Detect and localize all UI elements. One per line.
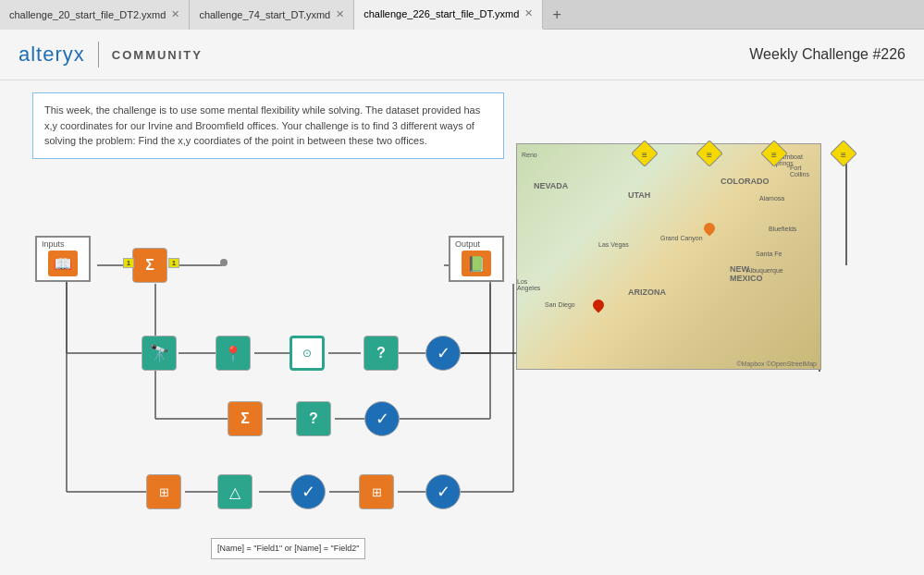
union-icon[interactable]: ⊞ [146, 474, 181, 509]
tab-3[interactable]: challenge_226_start_file_DT.yxmd ✕ [354, 0, 543, 30]
output-box[interactable]: Output 📗 [449, 236, 504, 282]
map-container[interactable]: NEVADA UTAH COLORADO ARIZONA NEWMEXICO R… [516, 143, 821, 370]
check-icon-row3[interactable]: ✓ [364, 401, 400, 436]
albuquerque-label: Albuquerque [746, 267, 783, 274]
table-tool-row4[interactable]: ⊞ [359, 474, 394, 509]
check-icon-row4b[interactable]: ✓ [425, 474, 461, 509]
map-background: NEVADA UTAH COLORADO ARIZONA NEWMEXICO R… [517, 144, 820, 369]
check-icon-row4a[interactable]: ✓ [290, 474, 326, 509]
bluefields-label: Bluefields [769, 226, 796, 232]
inputs-label: Inputs [42, 239, 65, 249]
utah-label: UTAH [628, 190, 650, 200]
location-icon: 📍 [224, 345, 242, 362]
road-sign-2: ≡ [696, 141, 722, 166]
map-pin-broomfield [702, 221, 718, 237]
formula-tool[interactable]: △ [217, 474, 253, 509]
road-sign-4: ≡ [831, 141, 856, 166]
question-tool-row3[interactable]: ? [296, 401, 331, 436]
browse-icon[interactable]: 🔭 [142, 336, 177, 371]
question-icon-row3[interactable]: ? [296, 401, 331, 436]
summarize-tool-row1[interactable]: Σ [132, 248, 167, 283]
tab-3-label: challenge_226_start_file_DT.yxmd [363, 8, 519, 19]
inputs-box[interactable]: Inputs 📖 [35, 236, 91, 282]
annotation-tooltip: [Name] = "Field1" or [Name] = "Field2" [211, 538, 365, 559]
check-icon-row2[interactable]: ✓ [425, 336, 461, 371]
badge-1: 1 [123, 258, 134, 268]
tab-1-label: challenge_20_start_file_DT2.yxmd [9, 9, 166, 20]
map-watermark: ©Mapbox ©OpenStreetMap [736, 361, 817, 367]
colorado-label: COLORADO [721, 177, 770, 186]
svg-text:≡: ≡ [707, 150, 712, 160]
tab-add-button[interactable]: + [543, 6, 570, 23]
find-tool[interactable]: 📍 [216, 336, 251, 371]
find-icon[interactable]: 📍 [216, 336, 251, 371]
workflow-area: Inputs 📖 Σ Output 📗 [0, 80, 924, 575]
browse-tool-row2[interactable]: 🔭 [142, 336, 177, 371]
sigma-icon-row3[interactable]: Σ [228, 401, 263, 436]
ring-icon: ⊙ [302, 347, 312, 360]
output-tool-icon[interactable]: 📗 [462, 251, 491, 276]
check-tool-row4a[interactable]: ✓ [290, 474, 326, 509]
arizona-label: ARIZONA [628, 288, 666, 297]
question-icon-row2[interactable]: ? [363, 336, 399, 371]
question-tool-row2[interactable]: ? [363, 336, 399, 371]
tab-1[interactable]: challenge_20_start_file_DT2.yxmd ✕ [0, 0, 190, 30]
tab-1-close[interactable]: ✕ [171, 8, 179, 20]
badge-2: 1 [168, 258, 179, 268]
table-icon-row4[interactable]: ⊞ [359, 474, 394, 509]
tab-bar: challenge_20_start_file_DT2.yxmd ✕ chall… [0, 0, 924, 30]
svg-text:≡: ≡ [771, 150, 777, 160]
road-sign-3: ≡ [761, 141, 787, 166]
binoculars-icon: 🔭 [149, 343, 169, 363]
annotation-text: [Name] = "Field1" or [Name] = "Field2" [217, 544, 359, 553]
challenge-title: Weekly Challenge #226 [749, 46, 906, 63]
alteryx-logo: alteryx [18, 43, 85, 67]
svg-text:≡: ≡ [841, 150, 846, 160]
fortcollins-label: Fort Collins [790, 165, 820, 177]
check-tool-row2[interactable]: ✓ [425, 336, 461, 371]
circle-tool[interactable]: ⊙ [290, 336, 325, 371]
check-tool-row4b[interactable]: ✓ [425, 474, 461, 509]
la-label: LosAngeles [517, 278, 540, 291]
connector-dot-1 [220, 259, 228, 266]
check-tool-row3[interactable]: ✓ [364, 401, 400, 436]
main-canvas: alteryx COMMUNITY Weekly Challenge #226 … [0, 30, 924, 575]
logo-divider [98, 42, 99, 67]
community-text: COMMUNITY [112, 48, 203, 62]
tab-3-close[interactable]: ✕ [524, 7, 533, 19]
header-bar: alteryx COMMUNITY Weekly Challenge #226 [0, 30, 924, 80]
summarize-tool-row3[interactable]: Σ [228, 401, 263, 436]
union-tool[interactable]: ⊞ [146, 474, 181, 509]
lasvegas-label: Las Vegas [598, 241, 629, 248]
input-tool-icon[interactable]: 📖 [48, 251, 78, 276]
output-label: Output [455, 239, 480, 249]
inputs-container: Inputs 📖 [35, 236, 91, 282]
nevada-label: NEVADA [534, 181, 568, 190]
alamosa-label: Alamosa [759, 195, 784, 202]
output-container: Output 📗 [449, 236, 504, 282]
santafe-label: Santa Fe [756, 251, 782, 257]
svg-text:≡: ≡ [642, 150, 647, 160]
map-pin-irvine [591, 298, 607, 313]
tab-2-close[interactable]: ✕ [336, 8, 344, 20]
sandiego-label: San Diego [545, 301, 575, 308]
formula-icon[interactable]: △ [217, 474, 253, 509]
tab-2-label: challenge_74_start_DT.yxmd [199, 9, 330, 20]
grandcanyon-label: Grand Canyon [660, 235, 703, 241]
summarize-icon-row1[interactable]: Σ [132, 248, 167, 283]
tab-2[interactable]: challenge_74_start_DT.yxmd ✕ [190, 0, 354, 30]
road-sign-1: ≡ [632, 141, 658, 166]
sigma-icon: Σ [145, 257, 154, 274]
circle-icon[interactable]: ⊙ [290, 336, 325, 371]
reno-label: Reno [522, 152, 537, 158]
